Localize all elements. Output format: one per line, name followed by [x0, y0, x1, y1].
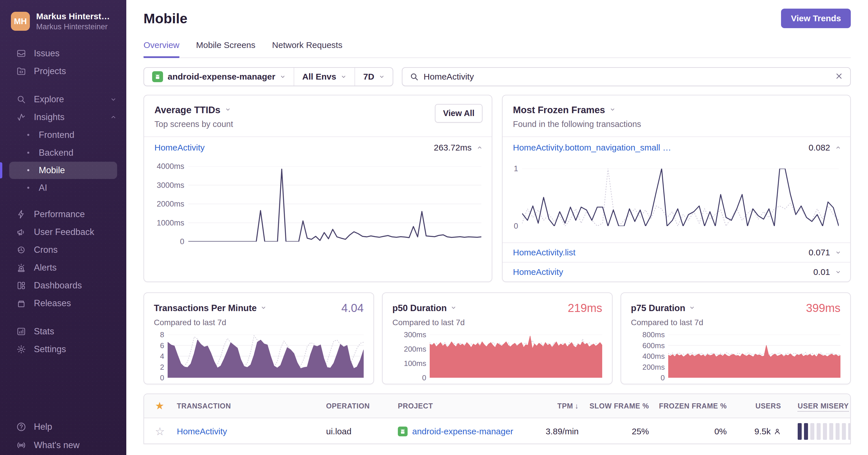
frozen-frame-cell: 0%	[714, 427, 733, 436]
project-link[interactable]: android-expense-manager	[412, 427, 513, 436]
ttid-transaction-row: HomeActivity 263.72ms	[144, 137, 492, 158]
bullet-icon	[27, 152, 29, 154]
sidebar-item-stats[interactable]: Stats	[0, 322, 126, 340]
date-range-filter[interactable]: 7D	[354, 68, 392, 86]
tab-overview[interactable]: Overview	[144, 40, 179, 58]
clear-search-icon[interactable]	[835, 73, 843, 81]
sidebar-item-settings[interactable]: Settings	[0, 340, 126, 358]
page-title: Mobile	[144, 11, 187, 26]
sidebar-item-releases[interactable]: Releases	[0, 294, 126, 312]
user-misery-score	[787, 423, 851, 440]
average-ttids-card: Average TTIDs Top screens by count View …	[144, 95, 492, 282]
view-trends-button[interactable]: View Trends	[781, 9, 851, 28]
chevron-up-icon[interactable]	[477, 143, 483, 152]
y-axis-labels: 86420	[154, 335, 164, 378]
sidebar-item-performance[interactable]: Performance	[0, 205, 126, 223]
frozen-rate-value: 0.082	[809, 143, 830, 152]
chevron-down-icon[interactable]	[835, 267, 841, 277]
environment-filter[interactable]: All Envs	[293, 68, 354, 86]
frozen-frames-line-chart	[522, 169, 839, 226]
sidebar-item-backend[interactable]: Backend	[0, 144, 126, 162]
sidebar-item-label: Crons	[34, 245, 58, 255]
column-header-transaction[interactable]: TRANSACTION	[177, 402, 326, 410]
column-header-slow-frame[interactable]: SLOW FRAME %	[590, 402, 655, 410]
user-name: Markus Hinterst…	[36, 11, 110, 22]
frozen-transaction-row: HomeActivity.bottom_navigation_small … 0…	[503, 137, 850, 158]
chevron-up-icon[interactable]	[835, 143, 841, 152]
column-header-user-misery[interactable]: USER MISERY	[787, 402, 849, 410]
chevron-down-icon[interactable]	[689, 305, 695, 312]
insights-icon	[16, 112, 26, 122]
transaction-link[interactable]: HomeActivity.bottom_navigation_small …	[513, 143, 671, 152]
card-subtitle: Top screens by count	[154, 119, 482, 129]
sidebar-item-label: What's new	[34, 440, 80, 450]
sidebar-item-crons[interactable]: Crons	[0, 241, 126, 259]
chevron-down-icon[interactable]	[835, 248, 841, 257]
sidebar-item-ai[interactable]: AI	[0, 179, 126, 197]
android-icon	[152, 71, 163, 82]
help-icon	[16, 422, 26, 432]
column-header-users[interactable]: USERS	[755, 402, 787, 410]
y-axis-labels: 10	[509, 169, 518, 226]
sidebar-item-insights[interactable]: Insights	[0, 108, 126, 126]
sidebar-item-mobile[interactable]: Mobile	[9, 162, 117, 179]
transaction-link[interactable]: HomeActivity	[177, 427, 326, 436]
chevron-down-icon	[341, 72, 346, 82]
star-icon[interactable]: ★	[155, 400, 177, 412]
star-outline-icon[interactable]: ☆	[155, 425, 177, 438]
sidebar-item-label: Explore	[34, 94, 64, 105]
tpm-cell: 3.89/min	[546, 427, 584, 436]
sidebar-item-dashboards[interactable]: Dashboards	[0, 277, 126, 294]
transaction-link[interactable]: HomeActivity.list	[513, 248, 576, 257]
card-title: p50 Duration	[392, 303, 446, 313]
tab-mobile-screens[interactable]: Mobile Screens	[196, 40, 255, 58]
project-filter[interactable]: android-expense-manager	[144, 68, 293, 86]
search-icon	[16, 94, 26, 105]
transactions-table: ★ TRANSACTION OPERATION PROJECT TPM↓ SLO…	[144, 394, 851, 444]
sidebar-item-explore[interactable]: Explore	[0, 90, 126, 108]
tpm-card: Transactions Per Minute 4.04 Compared to…	[144, 292, 374, 384]
p75-value: 399ms	[806, 302, 840, 315]
column-header-project[interactable]: PROJECT	[398, 402, 518, 410]
tab-network-requests[interactable]: Network Requests	[272, 40, 342, 58]
view-all-button[interactable]: View All	[435, 104, 483, 123]
sidebar-item-user-feedback[interactable]: User Feedback	[0, 223, 126, 241]
environment-filter-value: All Envs	[302, 72, 336, 82]
y-axis-labels: 4000ms3000ms2000ms1000ms0	[150, 166, 184, 241]
chevron-down-icon	[280, 72, 286, 82]
sidebar-item-label: Settings	[34, 344, 66, 354]
org-user-switcher[interactable]: MH Markus Hinterst… Markus Hintersteiner	[0, 0, 126, 40]
transaction-link[interactable]: HomeActivity	[154, 143, 205, 152]
archive-box-icon	[16, 298, 26, 309]
column-header-operation[interactable]: OPERATION	[326, 402, 398, 410]
most-frozen-frames-card: Most Frozen Frames Found in the followin…	[502, 95, 851, 282]
card-subtitle: Compared to last 7d	[631, 318, 840, 327]
sidebar-item-whats-new[interactable]: What's new	[0, 436, 126, 454]
sidebar-item-label: AI	[39, 183, 47, 193]
sidebar-item-label: Dashboards	[34, 280, 82, 291]
card-subtitle: Compared to last 7d	[392, 318, 602, 327]
column-header-frozen-frame[interactable]: FROZEN FRAME %	[659, 402, 733, 410]
sidebar-item-help[interactable]: Help	[0, 418, 126, 436]
search-icon	[410, 73, 418, 81]
column-header-tpm[interactable]: TPM↓	[557, 402, 584, 410]
search-bar	[402, 67, 851, 86]
bullet-icon	[27, 169, 29, 171]
android-icon	[398, 427, 408, 436]
filter-bar: android-expense-manager All Envs 7D	[144, 67, 851, 86]
chevron-down-icon	[379, 72, 384, 82]
chevron-down-icon[interactable]	[225, 107, 231, 113]
transaction-link[interactable]: HomeActivity	[513, 267, 563, 277]
chevron-down-icon[interactable]	[610, 107, 615, 113]
sidebar-item-frontend[interactable]: Frontend	[0, 126, 126, 144]
chevron-down-icon[interactable]	[451, 305, 456, 312]
frozen-rate-value: 0.071	[809, 248, 830, 257]
sidebar-item-issues[interactable]: Issues	[0, 45, 126, 62]
sidebar: MH Markus Hinterst… Markus Hintersteiner…	[0, 0, 126, 455]
chevron-down-icon[interactable]	[260, 305, 267, 312]
sidebar-item-projects[interactable]: Projects	[0, 62, 126, 80]
search-input[interactable]	[424, 72, 830, 82]
sidebar-item-alerts[interactable]: Alerts	[0, 259, 126, 277]
app-window: MH Markus Hinterst… Markus Hintersteiner…	[0, 0, 868, 455]
main-content: Mobile View Trends Overview Mobile Scree…	[126, 0, 868, 455]
